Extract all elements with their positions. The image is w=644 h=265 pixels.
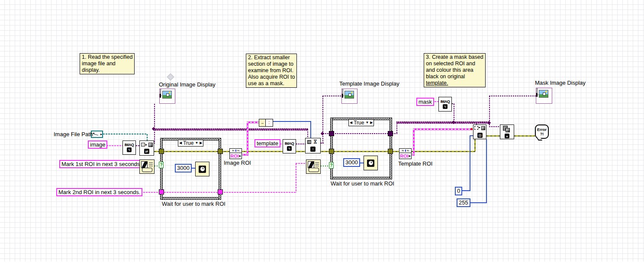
- case1-next-arrow-icon[interactable]: ▶: [200, 141, 202, 145]
- original-image-display-terminal[interactable]: ▷: [159, 89, 175, 104]
- wire-msg2[interactable]: [296, 163, 296, 192]
- simple-error-handler-node[interactable]: Error ?!: [535, 125, 549, 139]
- wire-roi2[interactable]: [413, 128, 473, 130]
- roi-to-rect-node[interactable]: → ▫▫ ▫▫: [259, 119, 273, 127]
- play-icon: ▸: [239, 154, 241, 158]
- image-square-icon: [506, 128, 510, 132]
- imaq-create-node-2[interactable]: IMAQ ϟ: [283, 139, 296, 153]
- case2-selector[interactable]: ◀ True ▼ ▶: [348, 119, 374, 126]
- wire-rect[interactable]: [310, 121, 311, 138]
- mask-max-constant[interactable]: 255: [457, 198, 470, 207]
- case2-selector-terminal[interactable]: ?: [329, 162, 334, 169]
- case2-dropdown-icon[interactable]: ▼: [365, 121, 369, 125]
- mask-image-display-terminal[interactable]: ▷: [536, 88, 552, 104]
- msg1-string-constant[interactable]: Mark 1st ROI in next 3 seconds.: [59, 160, 144, 168]
- one-button-dialog-node-2[interactable]: [306, 160, 321, 174]
- mask-min-constant[interactable]: 0: [455, 187, 462, 195]
- wire-max-val[interactable]: [469, 202, 487, 203]
- wire-image-new[interactable]: [136, 145, 139, 146]
- imaq-readfile-node[interactable]: ▸ ⇄: [139, 140, 154, 156]
- wire-min-val[interactable]: [470, 136, 470, 191]
- imaq-extract-node[interactable]: ⋈ ↑: [305, 138, 321, 153]
- imaq-copy-mask-node[interactable]: ▲: [500, 125, 514, 139]
- wire-template-img-case[interactable]: [333, 133, 388, 134]
- wire-error-to-dialog[interactable]: [514, 135, 535, 137]
- comment-step3[interactable]: 3. Create a mask based on selected ROI a…: [424, 53, 486, 87]
- image-name-constant[interactable]: image: [88, 140, 107, 149]
- comment-step2[interactable]: 2. Extract smaller section of image to e…: [246, 54, 297, 88]
- wire-min-val[interactable]: [462, 190, 470, 191]
- wire-image-main[interactable]: [154, 128, 308, 131]
- wait-ms-constant-2[interactable]: 3000: [343, 158, 360, 167]
- wire-template-new[interactable]: [296, 144, 305, 144]
- wire-msg2[interactable]: [133, 192, 296, 193]
- case1-caption[interactable]: Wait for user to mark ROI: [162, 201, 225, 207]
- case2-tunnel-image-right[interactable]: [388, 131, 393, 136]
- wire-template-to-display2[interactable]: [322, 96, 341, 96]
- wire-bool2[interactable]: [321, 166, 328, 166]
- case2-tunnel-error-left[interactable]: [329, 149, 334, 154]
- case1-prev-arrow-icon[interactable]: ◀: [179, 141, 182, 145]
- mask-display-label[interactable]: Mask Image Display: [535, 80, 586, 86]
- case1-tunnel-string-left[interactable]: [159, 189, 164, 195]
- wait-ms-node-1[interactable]: [195, 162, 209, 176]
- case1-tunnel-string-right[interactable]: [218, 189, 223, 195]
- case1-tunnel-error-right[interactable]: [218, 149, 223, 154]
- case2-prev-arrow-icon[interactable]: ◀: [350, 121, 352, 125]
- wire-image-name[interactable]: [106, 145, 122, 146]
- wire-roi1[interactable]: [247, 122, 248, 156]
- comment-step3-text: 3. Create a mask based on selected ROI a…: [426, 54, 483, 80]
- case2-tunnel-image-left[interactable]: [329, 131, 334, 136]
- original-display-label[interactable]: Original Image Display: [159, 82, 216, 88]
- roi-to-mask-node[interactable]: ▸ ◎: [473, 125, 486, 139]
- case1-tunnel-error-left[interactable]: [159, 149, 164, 154]
- imaq-create-node-1[interactable]: IMAQ ϟ: [122, 140, 136, 155]
- wait-ms-node-2[interactable]: [364, 156, 378, 170]
- template-image-display-terminal[interactable]: ▷: [341, 89, 357, 104]
- image-roi-property-node[interactable]: ?!?! ROI ▸: [229, 148, 242, 159]
- case1-dropdown-icon[interactable]: ▼: [195, 141, 198, 145]
- wire-template-to-display2[interactable]: [322, 96, 323, 134]
- wire-error-up[interactable]: [474, 139, 476, 151]
- case1-selector[interactable]: ◀ True ▼ ▶: [178, 140, 203, 147]
- imaq-create-node-3[interactable]: IMAQ ϟ: [438, 97, 452, 112]
- wire-error-b1-b2[interactable]: [486, 135, 500, 137]
- case2-next-arrow-icon[interactable]: ▶: [370, 121, 373, 125]
- roi-output-label: ROI: [400, 153, 409, 159]
- dialog-button-icon: [142, 168, 152, 172]
- case2-border-bottom[interactable]: [330, 177, 392, 179]
- wire-file-path[interactable]: [103, 134, 147, 134]
- scissors-icon: ⋈: [312, 139, 318, 144]
- case2-tunnel-error-right[interactable]: [388, 149, 393, 154]
- template-roi-property-node[interactable]: ?!?! ROI ▸: [399, 148, 412, 159]
- image-file-path-label[interactable]: Image File Path: [54, 131, 93, 137]
- msg2-string-constant[interactable]: Mark 2nd ROI in next 3 seconds.: [56, 188, 142, 196]
- wire-min-val[interactable]: [470, 135, 473, 136]
- wire-bool1[interactable]: [155, 166, 158, 166]
- wire-template-img[interactable]: [396, 123, 397, 134]
- case2-selector-label[interactable]: True: [354, 120, 364, 126]
- wire-roi2[interactable]: [413, 129, 415, 155]
- comment-step1[interactable]: 1. Read the specified image file and dis…: [80, 53, 135, 74]
- case1-selector-label[interactable]: True: [183, 140, 193, 146]
- wire-file-path[interactable]: [147, 134, 148, 141]
- template-roi-label[interactable]: Template ROI: [398, 161, 432, 167]
- case2-caption[interactable]: Wait for user to mark ROI: [331, 181, 394, 187]
- wire-roi1[interactable]: [247, 121, 259, 123]
- wire-msg2[interactable]: [296, 163, 306, 164]
- wire-to-mask-display[interactable]: [489, 96, 536, 96]
- template-name-constant[interactable]: template: [254, 139, 280, 147]
- wire-rect[interactable]: [273, 121, 311, 122]
- wire-to-copy-node[interactable]: [489, 126, 500, 127]
- wire-image-to-display1[interactable]: [154, 104, 155, 144]
- case1-border-bottom[interactable]: [160, 197, 221, 200]
- case1-selector-terminal[interactable]: ?: [159, 162, 164, 168]
- wait-ms-constant-1[interactable]: 3000: [175, 164, 192, 172]
- one-button-dialog-node-1[interactable]: [139, 160, 155, 174]
- mask-name-constant[interactable]: mask: [416, 98, 434, 106]
- wire-mask-new[interactable]: [454, 104, 454, 122]
- template-display-label[interactable]: Template Image Display: [339, 81, 399, 87]
- image-roi-label[interactable]: Image ROI: [224, 160, 251, 166]
- wire-image-to-extract[interactable]: [307, 129, 308, 138]
- wire-max-val[interactable]: [486, 139, 487, 203]
